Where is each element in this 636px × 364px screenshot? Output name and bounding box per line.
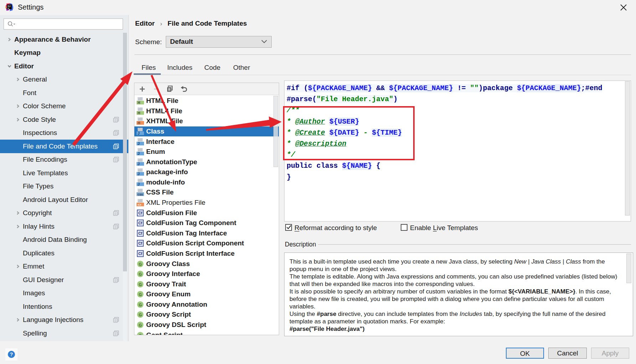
svg-text:Cf: Cf: [138, 251, 143, 256]
svg-text:H: H: [138, 111, 140, 115]
svg-text:G: G: [139, 313, 142, 317]
svg-text:Cf: Cf: [138, 221, 143, 225]
svg-text:H: H: [138, 101, 140, 105]
svg-text:Cf: Cf: [138, 241, 143, 246]
svg-text:J: J: [138, 162, 140, 166]
svg-text:IJ: IJ: [7, 5, 10, 8]
svg-text:?: ?: [10, 352, 13, 357]
svg-text:G: G: [139, 323, 142, 327]
svg-text:G: G: [139, 333, 142, 335]
svg-text:G: G: [139, 262, 142, 266]
svg-text:G: G: [139, 292, 142, 297]
svg-text:J: J: [138, 152, 140, 156]
svg-text:G: G: [139, 282, 142, 286]
svg-text:Cf: Cf: [138, 211, 143, 215]
svg-text:J: J: [138, 131, 140, 135]
svg-text:G: G: [139, 272, 142, 276]
svg-text:G: G: [139, 302, 142, 307]
svg-text:J: J: [138, 172, 140, 176]
svg-text:CSS: CSS: [138, 193, 143, 196]
svg-text:J: J: [138, 182, 140, 186]
svg-text:H: H: [138, 121, 140, 125]
svg-text:<>: <>: [138, 203, 142, 207]
svg-text:Cf: Cf: [138, 231, 143, 235]
svg-text:J: J: [138, 141, 140, 145]
